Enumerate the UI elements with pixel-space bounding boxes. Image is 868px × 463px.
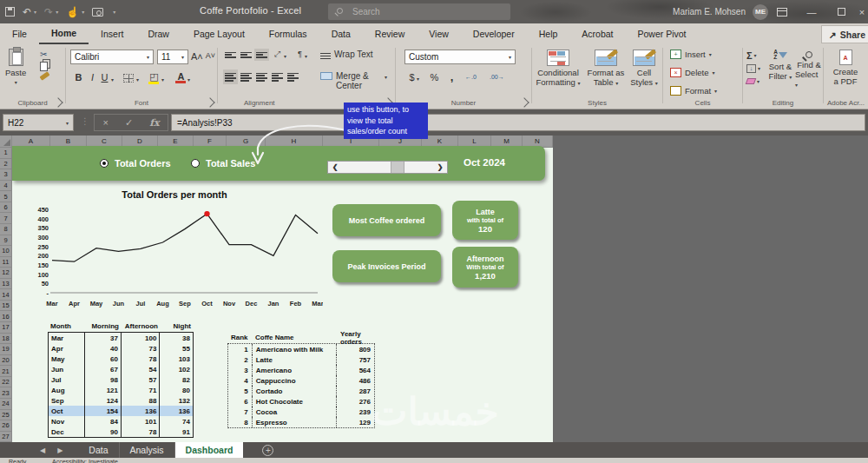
cell-styles-button[interactable]: CellStyles ▾ <box>628 50 661 89</box>
sort-filter-button[interactable]: AZ Sort &Filter ▾ <box>766 50 795 83</box>
delete-button[interactable]: ×Delete▾ <box>670 68 714 77</box>
fill-color-icon[interactable]: ◰ <box>148 71 160 83</box>
rank-row-8[interactable]: 8Espresso129 <box>228 417 374 427</box>
monthly-row-apr[interactable]: Apr407355 <box>49 343 193 354</box>
orders-chart[interactable]: Total Orders per month 45040035030025020… <box>26 189 323 318</box>
row-header-3[interactable]: 3 <box>0 169 12 181</box>
tab-home[interactable]: Home <box>39 23 89 44</box>
row-header-24[interactable]: 24 <box>0 399 12 410</box>
bold-button[interactable]: B <box>73 72 84 83</box>
monthly-row-sep[interactable]: Sep12488132 <box>49 395 193 406</box>
redo-dropdown-icon[interactable]: ▾ <box>56 9 58 15</box>
row-header-5[interactable]: 5 <box>0 191 12 202</box>
row-header-14[interactable]: 14 <box>0 289 12 301</box>
autosum-button[interactable]: Σ▾ <box>746 50 760 61</box>
row-header-16[interactable]: 16 <box>0 311 12 322</box>
row-header-11[interactable]: 11 <box>0 257 12 268</box>
restore-button[interactable] <box>826 0 856 23</box>
align-middle-icon[interactable] <box>240 50 252 59</box>
monthly-row-aug[interactable]: Aug1217180 <box>49 385 193 395</box>
align-bottom-icon[interactable] <box>256 50 267 59</box>
percent-icon[interactable]: % <box>429 72 440 83</box>
row-header-22[interactable]: 22 <box>0 377 12 388</box>
row-header-13[interactable]: 13 <box>0 279 12 290</box>
touch-mode-icon[interactable]: ☝ <box>66 7 79 17</box>
tab-formulas[interactable]: Formulas <box>257 23 319 44</box>
rank-row-2[interactable]: 2Latte757 <box>228 354 374 365</box>
sheet-nav-right-icon[interactable]: ▶ <box>57 446 62 454</box>
save-icon[interactable] <box>5 7 15 17</box>
decrease-font-icon[interactable]: A˅ <box>205 51 216 60</box>
total-orders-label[interactable]: Total Orders <box>115 158 171 169</box>
row-header-23[interactable]: 23 <box>0 387 12 399</box>
currency-dropdown-icon[interactable]: ▾ <box>417 76 419 82</box>
tab-data[interactable]: Data <box>319 23 363 44</box>
row-header-19[interactable]: 19 <box>0 344 12 355</box>
row-header-21[interactable]: 21 <box>0 366 12 377</box>
row-header-10[interactable]: 10 <box>0 246 12 257</box>
increase-font-icon[interactable]: A˄ <box>191 51 202 62</box>
rank-row-3[interactable]: 3Americano564 <box>228 365 374 375</box>
row-header-15[interactable]: 15 <box>0 301 12 312</box>
row-header-20[interactable]: 20 <box>0 355 12 367</box>
tab-acrobat[interactable]: Acrobat <box>569 23 625 44</box>
tab-developer[interactable]: Developer <box>461 23 527 44</box>
monthly-row-nov[interactable]: Nov8410174 <box>49 416 193 427</box>
peak-total-card[interactable]: Afternoon With total of 1,210 <box>452 247 518 288</box>
tab-page-layout[interactable]: Page Layout <box>181 23 257 44</box>
merge-center-dropdown-icon[interactable]: ▾ <box>385 74 387 80</box>
row-header-26[interactable]: 26 <box>0 420 12 432</box>
number-format-select[interactable]: Custom▾ <box>404 50 516 64</box>
comma-style-icon[interactable]: , <box>446 70 457 83</box>
row-header-2[interactable]: 2 <box>0 159 12 170</box>
align-right-icon[interactable] <box>256 71 267 83</box>
monthly-row-may[interactable]: May6078103 <box>49 354 193 364</box>
row-header-12[interactable]: 12 <box>0 268 12 279</box>
align-center-icon[interactable] <box>240 71 252 83</box>
find-select-button[interactable]: Find &Select ▾ <box>795 50 823 90</box>
monthly-row-dec[interactable]: Dec907891 <box>49 427 193 437</box>
name-box[interactable]: H22 ▾ <box>3 114 74 131</box>
align-top-icon[interactable] <box>225 50 236 59</box>
fill-color-dropdown-icon[interactable]: ▾ <box>161 76 164 83</box>
row-header-4[interactable]: 4 <box>0 181 12 192</box>
tab-review[interactable]: Review <box>363 23 417 44</box>
enter-formula-icon[interactable]: ✓ <box>125 117 133 129</box>
align-left-icon[interactable] <box>225 71 236 83</box>
cut-icon[interactable]: ✂ <box>40 50 47 59</box>
rank-row-4[interactable]: 4Cappuccino486 <box>228 375 374 386</box>
ribbon-display-options-button[interactable] <box>767 0 797 23</box>
peak-invoices-button[interactable]: Peak Invoices Period <box>332 250 441 282</box>
orientation-dropdown-icon[interactable]: ▾ <box>284 53 286 59</box>
scroll-right-icon[interactable]: ❯ <box>433 163 447 171</box>
increase-decimal-icon[interactable]: ←.0 <box>465 74 477 80</box>
camera-icon[interactable] <box>92 8 103 17</box>
borders-icon[interactable] <box>123 74 134 83</box>
rank-row-7[interactable]: 7Cocoa239 <box>228 407 374 417</box>
tab-view[interactable]: View <box>417 23 461 44</box>
monthly-row-mar[interactable]: Mar3710038 <box>49 333 193 343</box>
insert-function-icon[interactable]: fx <box>149 117 159 129</box>
row-header-7[interactable]: 7 <box>0 213 12 224</box>
clear-button[interactable]: ▾ <box>746 76 760 87</box>
paste-dropdown-icon[interactable]: ▾ <box>15 79 17 85</box>
font-color-dropdown-icon[interactable]: ▾ <box>187 76 190 83</box>
tab-power-pivot[interactable]: Power Pivot <box>626 23 699 44</box>
row-header-25[interactable]: 25 <box>0 410 12 421</box>
coffee-total-card[interactable]: Latte with total of 120 <box>452 201 518 240</box>
sheet-tab-data[interactable]: Data <box>78 442 119 458</box>
tab-draw[interactable]: Draw <box>135 23 181 44</box>
text-direction-dropdown-icon[interactable]: ▾ <box>305 53 307 59</box>
rank-row-5[interactable]: 5Cortado287 <box>228 386 374 396</box>
row-header-8[interactable]: 8 <box>0 224 12 235</box>
scrollbar-thumb[interactable] <box>391 162 404 173</box>
row-header-1[interactable]: 1 <box>0 148 12 159</box>
share-button[interactable]: ↗ Share <box>821 25 868 43</box>
italic-button[interactable]: I <box>87 72 98 83</box>
format-painter-icon[interactable] <box>40 71 50 80</box>
close-button[interactable]: × <box>856 0 868 23</box>
create-pdf-button[interactable]: A Createa PDF <box>828 50 863 86</box>
most-coffee-button[interactable]: Most Coffee ordered <box>332 204 441 236</box>
orientation-icon[interactable]: ⤢ <box>272 50 283 59</box>
formula-bar-splitter[interactable]: ⋮ <box>81 116 89 126</box>
